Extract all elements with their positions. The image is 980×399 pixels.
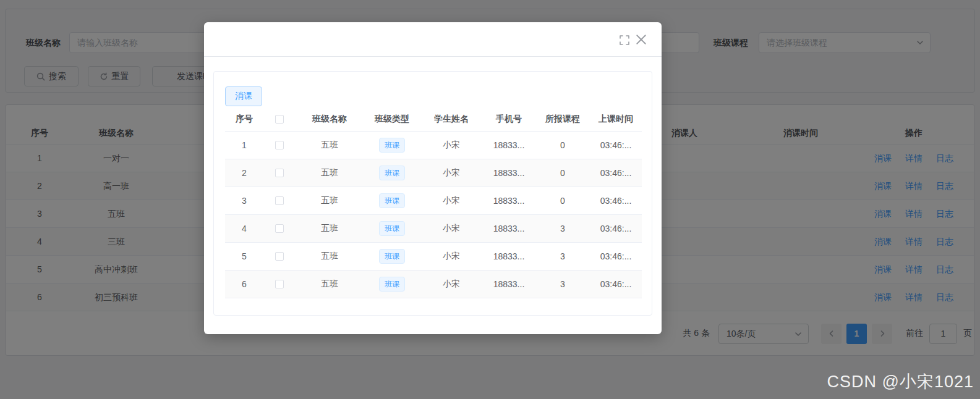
class-type-tag: 班课: [379, 221, 405, 236]
class-type-tag: 班课: [379, 277, 405, 292]
cell-phone: 18833...: [482, 270, 535, 298]
cell-phone: 18833...: [482, 159, 535, 187]
cell-student-name: 小宋: [420, 159, 482, 187]
row-checkbox[interactable]: [275, 252, 284, 261]
class-type-tag: 班课: [379, 166, 405, 180]
header-index: 序号: [225, 107, 263, 131]
cell-student-name: 小宋: [420, 270, 482, 298]
cell-class-time: 03:46:...: [590, 270, 642, 298]
modal-table-row: 3 五班 班课 小宋 18833... 0 03:46:...: [225, 187, 642, 214]
row-checkbox[interactable]: [275, 224, 284, 233]
header-phone: 手机号: [482, 107, 535, 131]
modal-table-row: 1 五班 班课 小宋 18833... 0 03:46:...: [225, 131, 642, 159]
dialog-body-card: 消课 序号 班级名称 班级类型 学生姓名 手机号 所报课程 上课时间 1 五班 …: [213, 71, 652, 316]
cell-courses: 3: [535, 242, 590, 270]
fullscreen-icon[interactable]: [620, 35, 629, 45]
cell-class-name: 五班: [296, 214, 364, 242]
cell-class-name: 五班: [296, 131, 364, 159]
cell-phone: 18833...: [482, 214, 535, 242]
cell-class-time: 03:46:...: [590, 214, 642, 242]
cell-class-name: 五班: [296, 159, 364, 187]
class-type-tag: 班课: [379, 249, 405, 264]
cancel-class-button[interactable]: 消课: [225, 86, 262, 106]
header-select-all: [263, 107, 296, 131]
cell-index: 5: [225, 242, 263, 270]
cell-class-name: 五班: [296, 187, 364, 214]
select-all-checkbox[interactable]: [275, 115, 284, 124]
cell-class-time: 03:46:...: [590, 242, 642, 270]
header-class-type: 班级类型: [364, 107, 420, 131]
header-courses: 所报课程: [535, 107, 590, 131]
header-class-name: 班级名称: [296, 107, 364, 131]
header-student-name: 学生姓名: [420, 107, 482, 131]
cell-class-time: 03:46:...: [590, 131, 642, 159]
watermark: CSDN @小宋1021: [827, 371, 974, 393]
cell-student-name: 小宋: [420, 242, 482, 270]
cancel-class-table: 序号 班级名称 班级类型 学生姓名 手机号 所报课程 上课时间 1 五班 班课 …: [225, 107, 642, 298]
cell-courses: 3: [535, 214, 590, 242]
cell-index: 4: [225, 214, 263, 242]
cell-class-time: 03:46:...: [590, 187, 642, 214]
cell-class-name: 五班: [296, 242, 364, 270]
cell-courses: 0: [535, 131, 590, 159]
cell-phone: 18833...: [482, 242, 535, 270]
modal-table-row: 5 五班 班课 小宋 18833... 3 03:46:...: [225, 242, 642, 270]
cell-courses: 0: [535, 187, 590, 214]
header-class-time: 上课时间: [590, 107, 642, 131]
close-icon[interactable]: [636, 34, 647, 45]
cell-student-name: 小宋: [420, 187, 482, 214]
row-checkbox[interactable]: [275, 196, 284, 205]
modal-table-row: 2 五班 班课 小宋 18833... 0 03:46:...: [225, 159, 642, 187]
modal-table-header-row: 序号 班级名称 班级类型 学生姓名 手机号 所报课程 上课时间: [225, 107, 642, 131]
row-checkbox[interactable]: [275, 141, 284, 149]
cell-index: 3: [225, 187, 263, 214]
cell-student-name: 小宋: [420, 131, 482, 159]
cell-class-name: 五班: [296, 270, 364, 298]
cell-courses: 0: [535, 159, 590, 187]
class-type-tag: 班课: [379, 193, 405, 208]
class-type-tag: 班课: [379, 138, 405, 153]
cell-index: 1: [225, 131, 263, 159]
row-checkbox[interactable]: [275, 280, 284, 288]
dialog-header: [204, 22, 662, 57]
row-checkbox[interactable]: [275, 169, 284, 177]
modal-table-row: 6 五班 班课 小宋 18833... 3 03:46:...: [225, 270, 642, 298]
cell-phone: 18833...: [482, 187, 535, 214]
cell-class-time: 03:46:...: [590, 159, 642, 187]
cell-index: 2: [225, 159, 263, 187]
cell-phone: 18833...: [482, 131, 535, 159]
modal-table-row: 4 五班 班课 小宋 18833... 3 03:46:...: [225, 214, 642, 242]
cell-courses: 3: [535, 270, 590, 298]
cancel-class-dialog: 消课 序号 班级名称 班级类型 学生姓名 手机号 所报课程 上课时间 1 五班 …: [204, 22, 662, 334]
cell-index: 6: [225, 270, 263, 298]
cell-student-name: 小宋: [420, 214, 482, 242]
